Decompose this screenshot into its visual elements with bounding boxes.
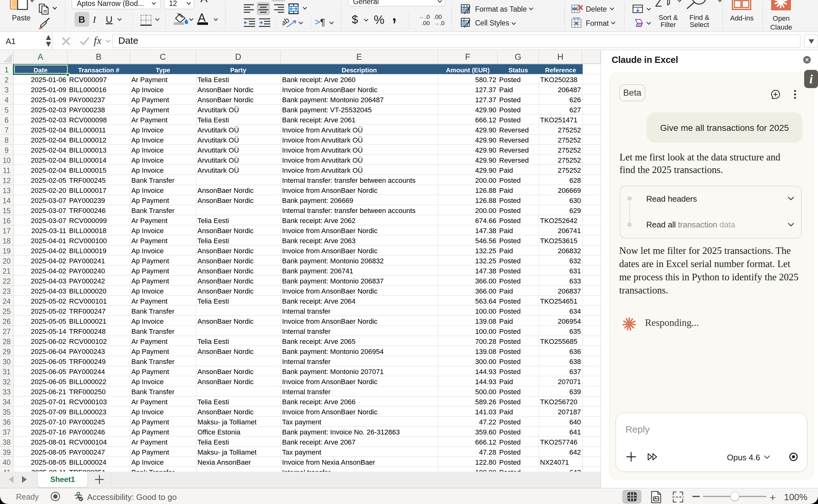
svg-text:ab: ab	[283, 18, 291, 27]
